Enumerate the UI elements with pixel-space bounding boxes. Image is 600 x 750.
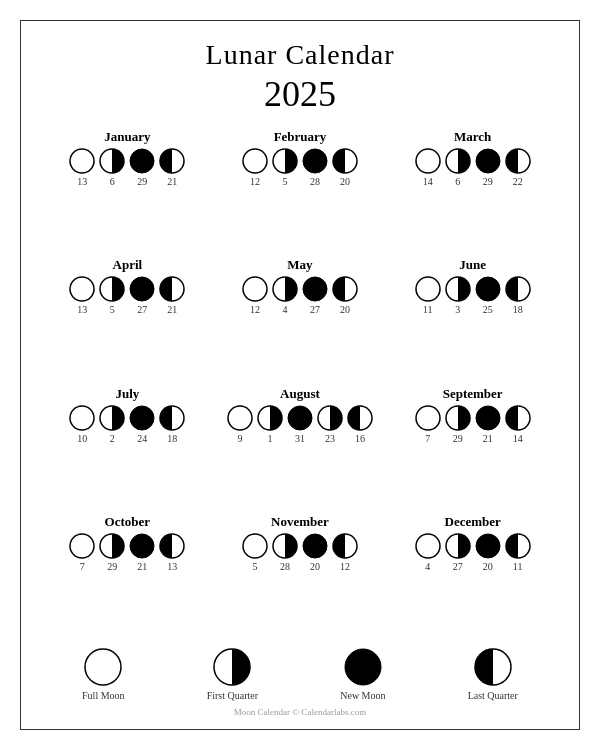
footer: Moon Calendar © Calendarlabs.com xyxy=(234,707,366,717)
legend-item: First Quarter xyxy=(207,648,258,701)
moon-icon xyxy=(332,276,358,302)
phase-date: 27 xyxy=(302,304,328,315)
phase-date: 20 xyxy=(475,561,501,572)
moon-phase-row xyxy=(242,533,358,559)
month-name: July xyxy=(115,386,139,402)
svg-point-51 xyxy=(345,649,381,685)
moon-icon xyxy=(505,405,531,431)
moon-phase-row xyxy=(227,405,373,431)
moon-phase-row xyxy=(69,148,185,174)
month-name: March xyxy=(454,129,491,145)
legend-item: Full Moon xyxy=(82,648,125,701)
month-name: October xyxy=(105,514,150,530)
moon-icon xyxy=(317,405,343,431)
dates-row: 91312316 xyxy=(227,433,373,444)
legend-label: New Moon xyxy=(340,690,385,701)
month-block: December 4272011 xyxy=(386,510,559,634)
svg-point-28 xyxy=(228,406,252,430)
svg-point-39 xyxy=(130,534,154,558)
moon-icon xyxy=(415,276,441,302)
month-block: October 7292113 xyxy=(41,510,214,634)
svg-point-47 xyxy=(476,534,500,558)
moon-icon xyxy=(475,276,501,302)
month-name: June xyxy=(459,257,486,273)
phase-date: 12 xyxy=(242,304,268,315)
legend-moon-icon xyxy=(84,648,122,686)
svg-point-10 xyxy=(476,149,500,173)
moon-icon xyxy=(302,276,328,302)
legend-moon-icon xyxy=(213,648,251,686)
moon-phase-row xyxy=(415,276,531,302)
moon-icon xyxy=(415,533,441,559)
svg-point-22 xyxy=(476,277,500,301)
month-block: August 91312316 xyxy=(214,382,387,506)
phase-date: 10 xyxy=(69,433,95,444)
moon-icon xyxy=(99,533,125,559)
moon-icon xyxy=(159,276,185,302)
phase-date: 11 xyxy=(415,304,441,315)
phase-date: 5 xyxy=(272,176,298,187)
calendar-page: Lunar Calendar 2025 January 1362921Febru… xyxy=(20,20,580,730)
dates-row: 1352721 xyxy=(69,304,185,315)
svg-point-30 xyxy=(288,406,312,430)
phase-date: 27 xyxy=(129,304,155,315)
moon-icon xyxy=(159,148,185,174)
moon-icon xyxy=(445,405,471,431)
legend-label: Full Moon xyxy=(82,690,125,701)
moon-icon xyxy=(445,276,471,302)
phase-date: 18 xyxy=(505,304,531,315)
phase-date: 29 xyxy=(475,176,501,187)
phase-date: 20 xyxy=(332,304,358,315)
phase-date: 22 xyxy=(505,176,531,187)
month-name: January xyxy=(104,129,150,145)
dates-row: 1022418 xyxy=(69,433,185,444)
phase-date: 24 xyxy=(129,433,155,444)
phase-date: 1 xyxy=(257,433,283,444)
moon-icon xyxy=(272,533,298,559)
moon-icon xyxy=(69,148,95,174)
moon-icon xyxy=(69,405,95,431)
moon-phase-row xyxy=(69,276,185,302)
moon-icon xyxy=(69,276,95,302)
phase-date: 4 xyxy=(415,561,441,572)
svg-point-14 xyxy=(130,277,154,301)
month-block: June 1132518 xyxy=(386,253,559,377)
moon-icon xyxy=(505,276,531,302)
phase-date: 23 xyxy=(317,433,343,444)
dates-row: 1252820 xyxy=(242,176,358,187)
svg-point-45 xyxy=(416,534,440,558)
svg-point-35 xyxy=(476,406,500,430)
svg-point-20 xyxy=(416,277,440,301)
dates-row: 7292114 xyxy=(415,433,531,444)
dates-row: 1132518 xyxy=(415,304,531,315)
svg-point-18 xyxy=(303,277,327,301)
svg-point-0 xyxy=(70,149,94,173)
moon-icon xyxy=(99,276,125,302)
phase-date: 16 xyxy=(347,433,373,444)
moon-icon xyxy=(129,276,155,302)
moon-icon xyxy=(475,148,501,174)
month-name: May xyxy=(287,257,312,273)
phase-date: 31 xyxy=(287,433,313,444)
phase-date: 11 xyxy=(505,561,531,572)
svg-point-12 xyxy=(70,277,94,301)
moon-icon xyxy=(257,405,283,431)
moon-icon xyxy=(332,533,358,559)
svg-point-43 xyxy=(303,534,327,558)
phase-date: 14 xyxy=(505,433,531,444)
phase-date: 29 xyxy=(129,176,155,187)
month-name: August xyxy=(280,386,320,402)
svg-point-26 xyxy=(130,406,154,430)
moon-icon xyxy=(445,533,471,559)
phase-date: 21 xyxy=(475,433,501,444)
phase-date: 6 xyxy=(99,176,125,187)
moon-icon xyxy=(159,533,185,559)
phase-date: 4 xyxy=(272,304,298,315)
dates-row: 1462922 xyxy=(415,176,531,187)
dates-row: 1242720 xyxy=(242,304,358,315)
moon-icon xyxy=(287,405,313,431)
moon-phase-row xyxy=(69,533,185,559)
dates-row: 4272011 xyxy=(415,561,531,572)
month-block: July 1022418 xyxy=(41,382,214,506)
phase-date: 7 xyxy=(415,433,441,444)
